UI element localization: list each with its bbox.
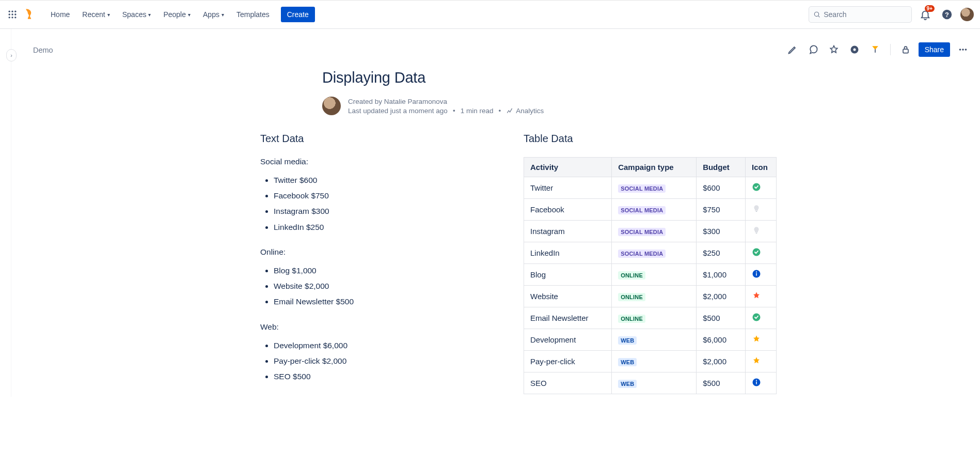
svg-point-6 — [9, 17, 10, 18]
watch-button[interactable] — [847, 42, 862, 57]
budget-cell: $600 — [697, 177, 746, 199]
table-row: SEOWEB$500 — [524, 372, 777, 394]
nav-home-label: Home — [51, 10, 70, 19]
list-item: LinkedIn $250 — [274, 220, 487, 235]
nav-apps[interactable]: Apps▾ — [198, 7, 229, 22]
svg-point-1 — [11, 11, 13, 12]
profile-avatar[interactable] — [960, 8, 974, 21]
edit-button[interactable] — [785, 42, 800, 57]
budget-cell: $500 — [697, 307, 746, 329]
list-item: Facebook $750 — [274, 188, 487, 204]
help-button[interactable]: ? — [939, 6, 955, 23]
table-row: DevelopmentWEB$6,000 — [524, 329, 777, 351]
svg-point-0 — [9, 11, 10, 12]
icon-cell — [746, 329, 777, 351]
notification-badge: 9+ — [925, 5, 935, 12]
top-nav: Home Recent▾ Spaces▾ People▾ Apps▾ Templ… — [0, 0, 980, 29]
list-item: SEO $500 — [274, 369, 487, 384]
budget-cell: $2,000 — [697, 351, 746, 372]
icon-cell — [746, 372, 777, 394]
campaign-lozenge: ONLINE — [618, 271, 645, 279]
product-logo[interactable] — [23, 8, 36, 21]
table-header-cell: Activity — [524, 158, 612, 177]
campaign-lozenge: WEB — [618, 336, 637, 345]
share-button[interactable]: Share — [919, 42, 950, 57]
separator-dot: • — [453, 107, 455, 115]
svg-rect-16 — [903, 49, 908, 53]
list-item: Twitter $600 — [274, 173, 487, 188]
table-row: LinkedInSOCIAL MEDIA$250 — [524, 242, 777, 264]
activity-cell: Development — [524, 329, 612, 351]
check-icon — [752, 247, 761, 257]
nav-spaces[interactable]: Spaces▾ — [117, 7, 156, 22]
svg-line-10 — [818, 15, 819, 17]
app-switcher-icon[interactable] — [6, 8, 19, 21]
star-button[interactable] — [826, 42, 842, 57]
text-group-label: Web: — [260, 322, 487, 332]
create-button[interactable]: Create — [281, 7, 315, 22]
read-time: 1 min read — [461, 107, 494, 115]
sidebar-expand-handle[interactable]: › — [6, 49, 17, 61]
activity-cell: Twitter — [524, 177, 612, 199]
data-table: ActivityCampaign typeBudgetIcon TwitterS… — [524, 157, 777, 394]
table-row: InstagramSOCIAL MEDIA$300 — [524, 221, 777, 242]
analytics-icon — [506, 107, 513, 114]
campaign-cell: ONLINE — [612, 286, 697, 307]
icon-cell — [746, 307, 777, 329]
campaign-cell: SOCIAL MEDIA — [612, 242, 697, 264]
restrictions-button[interactable] — [898, 42, 913, 57]
budget-cell: $750 — [697, 199, 746, 221]
svg-rect-29 — [756, 382, 757, 384]
nav-people[interactable]: People▾ — [158, 7, 196, 22]
campaign-cell: ONLINE — [612, 264, 697, 286]
author-avatar[interactable] — [322, 97, 341, 115]
presenter-button[interactable] — [867, 42, 883, 57]
star-yellow-icon — [752, 334, 761, 344]
chevron-down-icon: ▾ — [148, 12, 151, 18]
svg-point-2 — [14, 11, 16, 12]
chevron-down-icon: ▾ — [222, 12, 224, 18]
campaign-lozenge: SOCIAL MEDIA — [618, 250, 666, 258]
star-yellow-icon — [752, 356, 761, 365]
campaign-lozenge: WEB — [618, 358, 637, 366]
svg-point-17 — [959, 49, 961, 51]
breadcrumb[interactable]: Demo — [33, 32, 53, 54]
svg-text:?: ? — [945, 11, 949, 19]
star-icon — [829, 44, 839, 55]
svg-point-19 — [965, 49, 967, 51]
search-box[interactable] — [809, 6, 912, 23]
activity-cell: Pay-per-click — [524, 351, 612, 372]
svg-point-7 — [11, 17, 13, 18]
analytics-link[interactable]: Analytics — [506, 107, 544, 115]
text-data-heading: Text Data — [260, 133, 487, 145]
byline: Created by Natalie Paramonova Last updat… — [322, 97, 859, 115]
question-circle-icon: ? — [941, 9, 953, 20]
created-by: Created by Natalie Paramonova — [348, 98, 544, 105]
icon-cell — [746, 221, 777, 242]
campaign-lozenge: SOCIAL MEDIA — [618, 228, 666, 236]
check-icon — [752, 313, 761, 322]
more-actions-button[interactable] — [955, 42, 971, 57]
budget-cell: $300 — [697, 221, 746, 242]
search-input[interactable] — [824, 10, 907, 19]
star-red-icon — [752, 291, 761, 300]
comment-icon — [808, 44, 818, 55]
svg-point-9 — [814, 12, 818, 16]
author-name[interactable]: Natalie Paramonova — [384, 98, 447, 105]
list-item: Instagram $300 — [274, 204, 487, 219]
last-updated[interactable]: Last updated just a moment ago — [348, 107, 448, 115]
notifications-button[interactable]: 9+ — [917, 6, 934, 23]
svg-point-26 — [756, 271, 757, 272]
nav-home[interactable]: Home — [45, 7, 75, 22]
svg-rect-15 — [875, 49, 876, 53]
activity-cell: Email Newsletter — [524, 307, 612, 329]
list-item: Development $6,000 — [274, 338, 487, 353]
comments-button[interactable] — [805, 42, 821, 57]
search-icon — [813, 10, 820, 19]
activity-cell: Website — [524, 286, 612, 307]
chevron-down-icon: ▾ — [107, 12, 110, 18]
campaign-cell: SOCIAL MEDIA — [612, 199, 697, 221]
nav-recent[interactable]: Recent▾ — [77, 7, 115, 22]
analytics-label: Analytics — [516, 107, 544, 115]
nav-templates[interactable]: Templates — [231, 7, 275, 22]
